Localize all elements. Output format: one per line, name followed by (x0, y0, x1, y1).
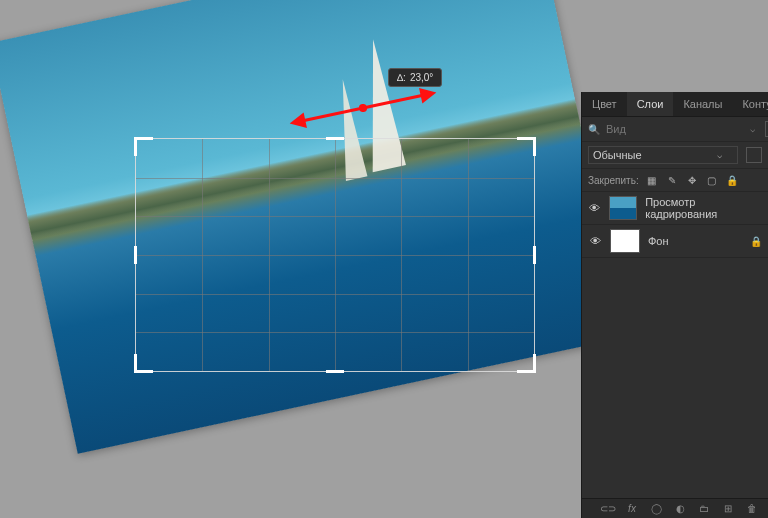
layer-thumbnail[interactable] (610, 229, 640, 253)
layer-row[interactable]: 👁 Просмотр кадрирования (582, 192, 768, 225)
layers-list: 👁 Просмотр кадрирования 👁 Фон 🔒 (582, 192, 768, 498)
angle-icon: ∆: (397, 72, 406, 83)
lock-label: Закрепить: (588, 175, 639, 186)
crop-handle-right[interactable] (533, 246, 536, 264)
rotation-angle-badge: ∆: 23,0° (388, 68, 442, 87)
layer-name: Просмотр кадрирования (645, 196, 762, 220)
lock-artboard-icon[interactable]: ▢ (705, 173, 719, 187)
chevron-down-icon[interactable]: ⌵ (750, 124, 755, 134)
blend-mode-row: Обычные ⌵ (582, 142, 768, 169)
tab-paths[interactable]: Контуры (732, 92, 768, 116)
angle-value: 23,0° (410, 72, 433, 83)
layer-name: Фон (648, 235, 669, 247)
crop-handle-bl[interactable] (134, 354, 153, 373)
tab-channels[interactable]: Каналы (673, 92, 732, 116)
svg-marker-2 (419, 85, 438, 104)
visibility-eye-icon[interactable]: 👁 (588, 201, 601, 215)
lock-icon: 🔒 (750, 236, 762, 247)
new-layer-icon[interactable]: ⊞ (720, 503, 736, 514)
mask-icon[interactable]: ◯ (648, 503, 664, 514)
layers-panel: Цвет Слои Каналы Контуры 🔍 ⌵ ▦ ◐ T ▭ ◧ О… (581, 92, 768, 518)
crop-handle-top[interactable] (326, 137, 344, 140)
lock-row: Закрепить: ▦ ✎ ✥ ▢ 🔒 (582, 169, 768, 192)
layer-thumbnail[interactable] (609, 196, 637, 220)
tab-color[interactable]: Цвет (582, 92, 627, 116)
trash-icon[interactable]: 🗑 (744, 503, 760, 514)
tab-layers[interactable]: Слои (627, 92, 674, 116)
search-icon: 🔍 (588, 124, 600, 135)
blend-mode-select[interactable]: Обычные (588, 146, 738, 164)
crop-handle-br[interactable] (517, 354, 536, 373)
panel-footer: ⊂⊃ fx ◯ ◐ 🗀 ⊞ 🗑 (582, 498, 768, 518)
layer-row[interactable]: 👁 Фон 🔒 (582, 225, 768, 258)
fx-icon[interactable]: fx (624, 503, 640, 514)
opacity-box[interactable] (746, 147, 762, 163)
crop-handle-tl[interactable] (134, 137, 153, 156)
panel-tabs: Цвет Слои Каналы Контуры (582, 92, 768, 117)
crop-handle-left[interactable] (134, 246, 137, 264)
layer-filter-row: 🔍 ⌵ ▦ ◐ T ▭ ◧ (582, 117, 768, 142)
svg-marker-1 (288, 112, 307, 131)
link-layers-icon[interactable]: ⊂⊃ (600, 503, 616, 514)
crop-handle-bottom[interactable] (326, 370, 344, 373)
adjustment-icon[interactable]: ◐ (672, 503, 688, 514)
canvas-area[interactable]: ∆: 23,0° (0, 0, 582, 518)
crop-box[interactable] (135, 138, 535, 372)
lock-brush-icon[interactable]: ✎ (665, 173, 679, 187)
folder-icon[interactable]: 🗀 (696, 503, 712, 514)
visibility-eye-icon[interactable]: 👁 (588, 234, 602, 248)
lock-all-icon[interactable]: 🔒 (725, 173, 739, 187)
lock-position-icon[interactable]: ✥ (685, 173, 699, 187)
crop-handle-tr[interactable] (517, 137, 536, 156)
lock-pixels-icon[interactable]: ▦ (645, 173, 659, 187)
layer-filter-input[interactable] (604, 122, 746, 136)
svg-point-3 (358, 103, 367, 112)
